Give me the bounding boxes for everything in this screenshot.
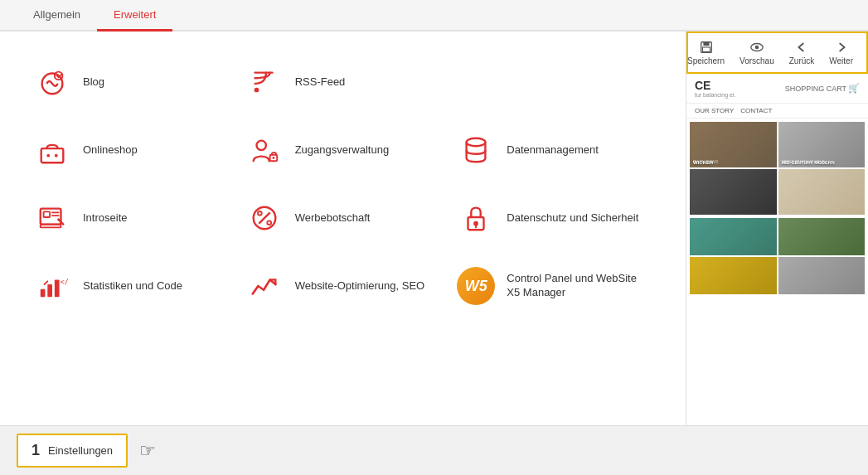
zugangsverwaltung-label: Zugangsverwaltung — [295, 143, 389, 158]
svg-rect-3 — [41, 148, 64, 162]
weiter-button[interactable]: Weiter — [822, 36, 860, 69]
preview-images: WICKER BY FUJIWAR MID-CENTURY MODERN SOF… — [686, 119, 868, 218]
eye-icon — [749, 40, 764, 55]
svg-rect-25 — [55, 279, 60, 297]
svg-rect-12 — [44, 211, 51, 217]
datenmanagement-label: Datenmanagement — [507, 143, 599, 158]
statistiken-label: Statistiken und Code — [83, 279, 182, 293]
svg-rect-11 — [41, 225, 61, 228]
rss-icon — [245, 63, 284, 101]
grid-item-empty1 — [449, 48, 661, 116]
vorschau-button[interactable]: Vorschau — [733, 36, 781, 69]
speichern-label: Speichern — [687, 56, 725, 65]
introseite-label: Introseite — [83, 211, 127, 225]
preview-more-images — [686, 218, 868, 298]
left-panel: Blog RSS-Feed — [0, 32, 686, 425]
svg-point-34 — [755, 46, 759, 50]
tab-erweitert[interactable]: Erweitert — [97, 0, 172, 32]
tabs-row: Allgemein Erweitert — [0, 0, 868, 32]
grid-item-onlineshop[interactable]: Onlineshop — [25, 116, 237, 184]
grid-item-werbebotschaft[interactable]: Werbebotschaft — [237, 184, 449, 252]
tab-allgemein[interactable]: Allgemein — [17, 0, 97, 32]
preview-img-modern: MID-CENTURY MODERN SOFAS AT HOLLIS HILLS — [778, 122, 866, 167]
nav-contact: CONTACT — [740, 107, 772, 114]
step-number: 1 — [32, 442, 40, 459]
onlineshop-label: Onlineshop — [83, 143, 138, 158]
preview-header: CE tur balancing el. SHOPPING CART 🛒 — [686, 74, 868, 104]
blog-icon — [33, 63, 71, 101]
seo-icon — [245, 267, 284, 305]
grid-item-datenschutz[interactable]: Datenschutz und Sicherheit — [449, 184, 661, 252]
preview-img-bright — [778, 169, 866, 215]
preview-img-yellow — [690, 257, 777, 294]
control-panel-label: Control Panel und WebSite X5 Manager — [507, 272, 652, 300]
preview-img-chair — [778, 257, 866, 294]
w5-icon: W5 — [457, 267, 495, 305]
grid-item-control-panel[interactable]: W5 Control Panel und WebSite X5 Manager — [449, 252, 661, 320]
preview-img-teal — [690, 218, 777, 255]
grid-item-datenmanagement[interactable]: Datenmanagement — [449, 116, 661, 184]
seo-label: Website-Optimierung, SEO — [295, 279, 425, 293]
cart-label: SHOPPING CART — [785, 85, 846, 93]
toolbar: ? Hilfe Speichern Vorschau — [686, 32, 868, 74]
preview-img-dark — [690, 169, 777, 215]
user-lock-icon — [245, 131, 284, 169]
cursor-icon: ☞ — [139, 440, 156, 462]
zuruck-label: Zurück — [789, 56, 815, 65]
vorschau-label: Vorschau — [739, 56, 774, 65]
datenschutz-label: Datenschutz und Sicherheit — [507, 211, 638, 225]
intro-icon — [33, 199, 71, 237]
preview-site: CE tur balancing el. SHOPPING CART 🛒 OUR… — [686, 74, 868, 425]
weiter-label: Weiter — [829, 56, 853, 65]
svg-point-6 — [256, 141, 265, 150]
svg-rect-23 — [41, 289, 46, 298]
svg-point-18 — [258, 211, 262, 216]
grid-item-seo[interactable]: Website-Optimierung, SEO — [237, 252, 449, 320]
preview-img-wicker: WICKER BY FUJIWAR — [690, 122, 777, 167]
grid-item-zugangsverwaltung[interactable]: Zugangsverwaltung — [237, 116, 449, 184]
svg-point-15 — [57, 218, 60, 221]
stats-icon: </> — [33, 267, 71, 305]
lock-icon — [457, 199, 495, 237]
shop-icon — [33, 131, 71, 169]
blog-label: Blog — [83, 75, 104, 90]
percent-icon — [245, 199, 284, 237]
grid-item-introseite[interactable]: Introseite — [25, 184, 237, 252]
preview-logo: CE tur balancing el. — [695, 79, 735, 98]
items-grid: Blog RSS-Feed — [25, 48, 661, 320]
svg-point-9 — [467, 138, 486, 147]
svg-text:</>: </> — [61, 278, 69, 286]
preview-cart: SHOPPING CART 🛒 — [785, 83, 860, 94]
svg-rect-24 — [47, 284, 52, 297]
grid-item-blog[interactable]: Blog — [25, 48, 237, 116]
svg-point-19 — [267, 221, 271, 225]
back-icon — [794, 40, 809, 55]
speichern-button[interactable]: Speichern — [686, 36, 731, 69]
rss-label: RSS-Feed — [295, 75, 346, 90]
svg-point-4 — [46, 154, 50, 158]
nav-our-story: OUR STORY — [695, 107, 734, 114]
preview-img-plant — [778, 218, 866, 255]
grid-item-statistiken[interactable]: </> Statistiken und Code — [25, 252, 237, 320]
svg-point-5 — [55, 154, 58, 158]
svg-rect-32 — [702, 47, 710, 51]
preview-nav: OUR STORY CONTACT — [686, 104, 868, 119]
save-icon — [699, 40, 714, 55]
einstellungen-button[interactable]: 1 Einstellungen — [17, 434, 128, 468]
svg-rect-31 — [703, 42, 709, 46]
svg-line-26 — [45, 281, 48, 284]
svg-point-8 — [272, 157, 274, 159]
main-area: Blog RSS-Feed — [0, 32, 868, 425]
forward-icon — [834, 40, 849, 55]
database-icon — [457, 131, 495, 169]
bottom-bar: 1 Einstellungen ☞ — [0, 425, 868, 475]
werbebotschaft-label: Werbebotschaft — [295, 211, 371, 225]
right-panel: ? Hilfe Speichern Vorschau — [686, 32, 868, 425]
step-label: Einstellungen — [48, 444, 113, 457]
zuruck-button[interactable]: Zurück — [783, 36, 822, 69]
grid-item-rss[interactable]: RSS-Feed — [237, 48, 449, 116]
svg-point-2 — [254, 88, 259, 93]
